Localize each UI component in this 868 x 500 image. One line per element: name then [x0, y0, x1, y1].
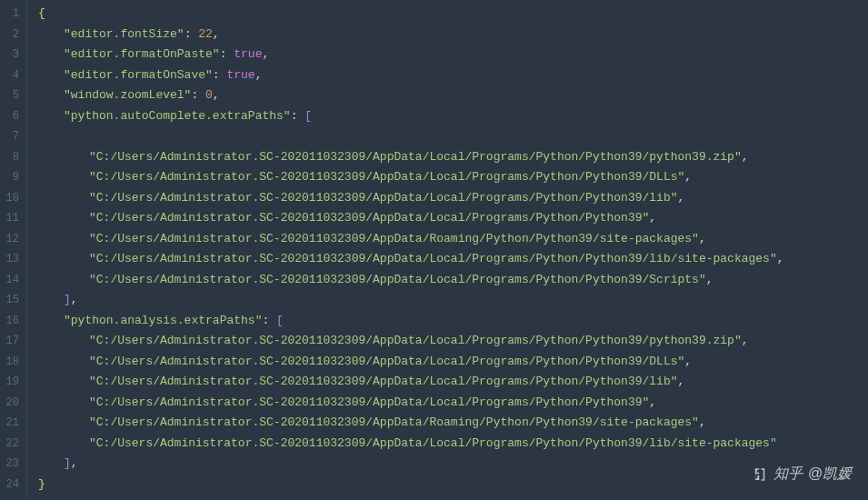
- code-editor[interactable]: 123456789101112131415161718192021222324 …: [0, 0, 868, 500]
- code-line: "C:/Users/Administrator.SC-202011032309/…: [38, 249, 868, 270]
- line-number: 5: [4, 85, 19, 106]
- line-number: 18: [4, 352, 19, 373]
- line-number: 2: [4, 25, 19, 45]
- code-line: "editor.formatOnPaste": true,: [38, 45, 868, 65]
- code-line: "C:/Users/Administrator.SC-202011032309/…: [38, 372, 868, 393]
- line-number: 12: [4, 229, 19, 250]
- line-number: 4: [4, 65, 19, 86]
- line-number: 19: [4, 372, 19, 393]
- code-line: "C:/Users/Administrator.SC-202011032309/…: [38, 393, 868, 414]
- code-line: ],: [38, 290, 868, 311]
- line-number: 24: [4, 475, 19, 495]
- code-line: "C:/Users/Administrator.SC-202011032309/…: [38, 167, 868, 188]
- code-content[interactable]: { "editor.fontSize": 22, "editor.formatO…: [27, 0, 868, 500]
- code-line: "editor.formatOnSave": true,: [38, 65, 868, 86]
- line-number: 22: [4, 434, 19, 455]
- code-line: "C:/Users/Administrator.SC-202011032309/…: [38, 331, 868, 352]
- watermark-site: 知乎: [773, 465, 803, 484]
- code-line: "editor.fontSize": 22,: [38, 25, 868, 45]
- line-number: 16: [4, 311, 19, 332]
- line-number: 20: [4, 393, 19, 414]
- line-number: 15: [4, 290, 19, 311]
- code-line: "python.analysis.extraPaths": [: [38, 311, 868, 332]
- code-line: "C:/Users/Administrator.SC-202011032309/…: [38, 208, 868, 229]
- zhihu-logo-icon: [752, 466, 768, 483]
- line-number: 6: [4, 106, 19, 127]
- code-line: "C:/Users/Administrator.SC-202011032309/…: [38, 270, 868, 291]
- code-line: "window.zoomLevel": 0,: [38, 85, 868, 106]
- code-line: "C:/Users/Administrator.SC-202011032309/…: [38, 147, 868, 168]
- line-number: 9: [4, 167, 19, 188]
- line-number: 23: [4, 454, 19, 475]
- line-number: 11: [4, 208, 19, 229]
- code-line: "C:/Users/Administrator.SC-202011032309/…: [38, 188, 868, 209]
- code-line: ],: [38, 454, 868, 475]
- code-line: {: [38, 4, 868, 25]
- code-line: [38, 126, 868, 147]
- line-gutter: 123456789101112131415161718192021222324: [0, 0, 27, 500]
- line-number: 13: [4, 249, 19, 270]
- line-number: 14: [4, 270, 19, 291]
- code-line: "C:/Users/Administrator.SC-202011032309/…: [38, 352, 868, 373]
- line-number: 3: [4, 45, 19, 65]
- watermark: 知乎 @凯媛: [752, 465, 852, 484]
- watermark-author: @凯媛: [808, 465, 852, 484]
- code-line: "C:/Users/Administrator.SC-202011032309/…: [38, 229, 868, 250]
- line-number: 1: [4, 4, 19, 25]
- line-number: 10: [4, 188, 19, 209]
- line-number: 21: [4, 413, 19, 434]
- code-line: "python.autoComplete.extraPaths": [: [38, 106, 868, 127]
- line-number: 8: [4, 147, 19, 168]
- code-line: "C:/Users/Administrator.SC-202011032309/…: [38, 434, 868, 455]
- code-line: "C:/Users/Administrator.SC-202011032309/…: [38, 413, 868, 434]
- line-number: 7: [4, 126, 19, 147]
- line-number: 17: [4, 331, 19, 352]
- code-line: }: [38, 475, 868, 495]
